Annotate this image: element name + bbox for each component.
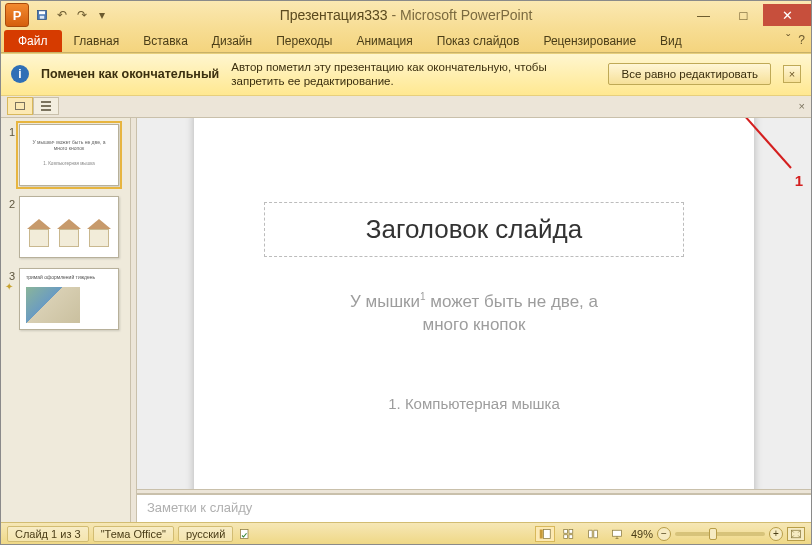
tab-animation[interactable]: Анимация xyxy=(344,30,424,52)
language-indicator[interactable]: русский xyxy=(178,526,233,542)
normal-view-button[interactable] xyxy=(535,526,555,542)
notes-placeholder: Заметки к слайду xyxy=(147,500,252,515)
tab-design[interactable]: Дизайн xyxy=(200,30,264,52)
undo-icon[interactable]: ↶ xyxy=(53,6,71,24)
redo-icon[interactable]: ↷ xyxy=(73,6,91,24)
tab-insert[interactable]: Вставка xyxy=(131,30,200,52)
edit-anyway-button[interactable]: Все равно редактировать xyxy=(608,63,771,85)
svg-rect-9 xyxy=(564,534,568,538)
svg-rect-8 xyxy=(569,529,573,533)
tab-view[interactable]: Вид xyxy=(648,30,694,52)
svg-rect-7 xyxy=(564,529,568,533)
svg-rect-11 xyxy=(612,530,621,536)
slide-thumbnail[interactable]: 2 xyxy=(5,196,126,258)
zoom-in-button[interactable]: + xyxy=(769,527,783,541)
app-icon: P xyxy=(5,3,29,27)
thumb-preview: У мышки¹ может быть не две, а много кноп… xyxy=(19,124,119,186)
notes-pane[interactable]: Заметки к слайду xyxy=(137,494,811,522)
editor-area: Заголовок слайда У мышки1 может быть не … xyxy=(137,118,811,522)
zoom-slider[interactable] xyxy=(675,532,765,536)
slide-canvas[interactable]: Заголовок слайда У мышки1 может быть не … xyxy=(194,118,754,489)
svg-rect-5 xyxy=(540,529,543,538)
window-controls: — □ ✕ xyxy=(683,4,811,26)
zoom-out-button[interactable]: − xyxy=(657,527,671,541)
thumb-preview xyxy=(19,196,119,258)
close-button[interactable]: ✕ xyxy=(763,4,811,26)
thumb-view-slides-button[interactable] xyxy=(7,97,33,115)
message-bar-body: Автор пометил эту презентацию как оконча… xyxy=(231,60,596,89)
doc-name: Презентация333 xyxy=(280,7,388,23)
thumb-number: 1 xyxy=(5,124,15,138)
maximize-button[interactable]: □ xyxy=(723,4,763,26)
qat-customize-icon[interactable]: ▾ xyxy=(93,6,111,24)
minimize-button[interactable]: — xyxy=(683,4,723,26)
help-icon[interactable]: ? xyxy=(798,33,805,47)
message-bar-title: Помечен как окончательный xyxy=(41,67,219,81)
sorter-view-button[interactable] xyxy=(559,526,579,542)
app-name: Microsoft PowerPoint xyxy=(400,7,532,23)
animation-star-icon: ✦ xyxy=(5,282,15,292)
ribbon-tabs: Файл Главная Вставка Дизайн Переходы Ани… xyxy=(1,29,811,53)
slideshow-view-button[interactable] xyxy=(607,526,627,542)
message-bar: i Помечен как окончательный Автор помети… xyxy=(1,53,811,96)
thumb-preview: тримай оформлений тиждень xyxy=(19,268,119,330)
thumb-view-outline-button[interactable] xyxy=(33,97,59,115)
zoom-slider-thumb[interactable] xyxy=(709,528,717,540)
window-title: Презентация333 - Microsoft PowerPoint xyxy=(280,7,533,23)
thumb-pane-header: × xyxy=(1,96,811,118)
file-tab[interactable]: Файл xyxy=(4,30,62,52)
footnote-text[interactable]: 1. Компьютерная мышка xyxy=(264,395,684,412)
info-icon: i xyxy=(11,65,29,83)
thumb-number: 3 xyxy=(5,268,15,282)
status-bar: Слайд 1 из 3 "Тема Office" русский 49% −… xyxy=(1,522,811,544)
save-icon[interactable] xyxy=(33,6,51,24)
zoom-percent[interactable]: 49% xyxy=(631,528,653,540)
tab-slideshow[interactable]: Показ слайдов xyxy=(425,30,532,52)
tab-home[interactable]: Главная xyxy=(62,30,132,52)
message-bar-close-button[interactable]: × xyxy=(783,65,801,83)
fit-to-window-button[interactable] xyxy=(787,527,805,541)
body-text[interactable]: У мышки1 может быть не две, а много кноп… xyxy=(264,290,684,337)
svg-rect-10 xyxy=(569,534,573,538)
thumb-number: 2 xyxy=(5,196,15,210)
slide-canvas-viewport[interactable]: Заголовок слайда У мышки1 может быть не … xyxy=(137,118,811,489)
svg-rect-1 xyxy=(39,11,45,14)
zoom-control: 49% − + xyxy=(631,527,805,541)
title-bar: P ↶ ↷ ▾ Презентация333 - Microsoft Power… xyxy=(1,1,811,29)
reading-view-button[interactable] xyxy=(583,526,603,542)
title-placeholder[interactable]: Заголовок слайда xyxy=(264,202,684,257)
svg-rect-4 xyxy=(241,529,249,538)
ribbon-minimize-icon[interactable]: ˇ xyxy=(786,33,790,47)
svg-rect-6 xyxy=(543,529,550,538)
tab-transitions[interactable]: Переходы xyxy=(264,30,344,52)
title-placeholder-text: Заголовок слайда xyxy=(366,214,582,245)
thumbnail-pane[interactable]: 1 У мышки¹ может быть не две, а много кн… xyxy=(1,118,131,522)
svg-rect-2 xyxy=(40,16,45,19)
slide-thumbnail[interactable]: 3 ✦ тримай оформлений тиждень xyxy=(5,268,126,330)
tab-review[interactable]: Рецензирование xyxy=(531,30,648,52)
theme-indicator[interactable]: "Тема Office" xyxy=(93,526,174,542)
thumb-pane-close-icon[interactable]: × xyxy=(799,100,805,112)
quick-access-toolbar: ↶ ↷ ▾ xyxy=(33,6,111,24)
work-area: 1 У мышки¹ может быть не две, а много кн… xyxy=(1,118,811,522)
slide-counter[interactable]: Слайд 1 из 3 xyxy=(7,526,89,542)
spellcheck-icon[interactable] xyxy=(237,526,253,542)
annotation-label: 1 xyxy=(795,172,803,189)
slide-thumbnail[interactable]: 1 У мышки¹ может быть не две, а много кн… xyxy=(5,124,126,186)
